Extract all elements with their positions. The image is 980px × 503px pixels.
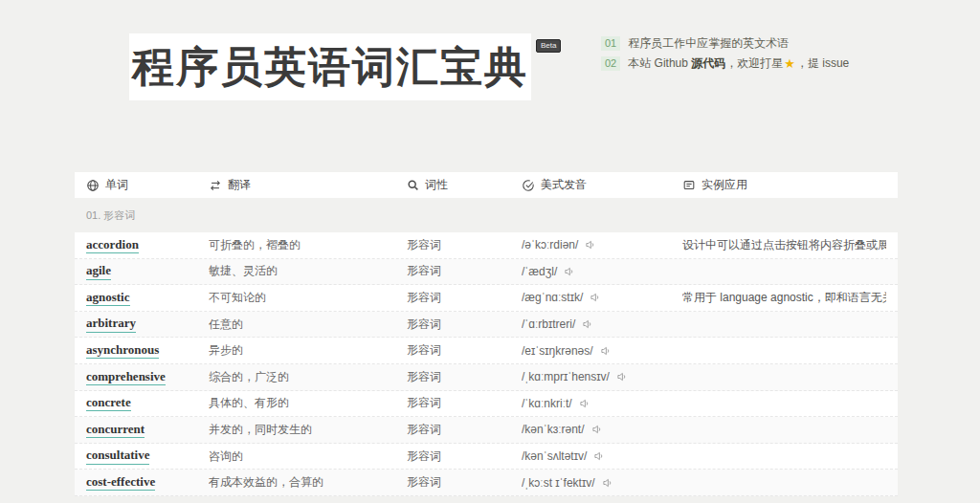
word-link[interactable]: agile <box>86 263 111 279</box>
column-header-label: 实例应用 <box>702 177 747 193</box>
word-cell: arbitrary <box>86 316 209 332</box>
pronunciation-text: /ˈɑːrbɪtreri/ <box>522 317 575 331</box>
word-link[interactable]: consultative <box>86 448 149 464</box>
translation-cell: 有成本效益的，合算的 <box>209 474 407 491</box>
note-item-1: 01 程序员工作中应掌握的英文术语 <box>601 36 849 51</box>
pronunciation-cell: /eɪˈsɪŋkrənəs/ <box>522 344 682 358</box>
pos-cell: 形容词 <box>407 263 522 279</box>
note-text: 程序员工作中应掌握的英文术语 <box>628 35 789 52</box>
word-cell: comprehensive <box>86 369 209 385</box>
translation-cell: 任意的 <box>209 317 407 333</box>
table-row: consultative 咨询的 形容词 /kənˈsʌltətɪv/ <box>75 444 898 470</box>
example-cell: 常用于 language agnostic，即和语言无关。 <box>682 290 886 306</box>
example-cell: 设计中可以通过点击按钮将内容折叠或展开 <box>682 237 886 253</box>
word-link[interactable]: asynchronous <box>86 342 159 359</box>
pos-cell: 形容词 <box>407 342 522 359</box>
table-row: agile 敏捷、灵活的 形容词 /ˈædʒl/ <box>75 259 898 286</box>
pronunciation-cell: /kənˈkɜːrənt/ <box>522 423 682 436</box>
speaker-icon[interactable] <box>579 398 590 409</box>
pronunciation-text: /æɡˈnɑːstɪk/ <box>522 291 583 304</box>
word-link[interactable]: concurrent <box>86 422 145 438</box>
pronunciation-text: /ˌkɑːmprɪˈhensɪv/ <box>522 370 610 383</box>
star-icon: ★ <box>784 56 795 71</box>
table-row: cost-effective 有成本效益的，合算的 形容词 /ˌkɔːst ɪˈ… <box>75 470 898 496</box>
translation-cell: 并发的，同时发生的 <box>209 422 407 438</box>
pronunciation-cell: /ˌkɔːst ɪˈfektɪv/ <box>522 476 682 490</box>
word-cell: accordion <box>86 237 209 253</box>
pos-cell: 形容词 <box>407 395 522 411</box>
beta-badge: Beta <box>536 39 561 53</box>
pos-cell: 形容词 <box>407 290 522 306</box>
site-title-box: 程序员英语词汇宝典 <box>129 33 531 100</box>
speaker-icon[interactable] <box>585 239 596 251</box>
speaker-icon[interactable] <box>582 318 593 330</box>
speaker-icon[interactable] <box>590 292 601 303</box>
column-header-word: 单词 <box>86 177 209 193</box>
column-header-label: 词性 <box>425 177 448 193</box>
word-link[interactable]: cost-effective <box>86 474 155 491</box>
note-item-2: 02 本站 Github 源代码，欢迎打星★，提 issue <box>601 56 849 71</box>
word-cell: agile <box>86 263 209 279</box>
translation-cell: 综合的，广泛的 <box>209 369 407 385</box>
pos-cell: 形容词 <box>407 448 522 465</box>
github-source-link[interactable]: 源代码 <box>691 55 725 72</box>
table-row: concurrent 并发的，同时发生的 形容词 /kənˈkɜːrənt/ <box>75 417 898 444</box>
pronunciation-text: /ˌkɔːst ɪˈfektɪv/ <box>522 476 595 490</box>
pronunciation-text: /eɪˈsɪŋkrənəs/ <box>522 344 593 358</box>
pronunciation-text: /kənˈkɜːrənt/ <box>522 423 585 436</box>
translation-cell: 咨询的 <box>209 448 407 465</box>
table-body: accordion 可折叠的，褶叠的 形容词 /əˈkɔːrdiən/ 设计中可… <box>75 232 898 496</box>
translation-cell: 不可知论的 <box>209 290 407 306</box>
column-header-example: 实例应用 <box>682 177 886 193</box>
pronunciation-cell: /kənˈsʌltətɪv/ <box>522 449 682 463</box>
note-text-prefix: 本站 Github <box>628 55 691 72</box>
search-icon <box>407 179 419 191</box>
column-header-label: 单词 <box>105 177 128 193</box>
speaker-icon[interactable] <box>564 266 575 277</box>
speaker-icon[interactable] <box>600 345 612 357</box>
word-link[interactable]: accordion <box>86 237 139 253</box>
column-header-pronunciation: 美式发音 <box>522 177 682 193</box>
translation-cell: 可折叠的，褶叠的 <box>209 237 407 253</box>
pos-cell: 形容词 <box>407 369 522 385</box>
translation-cell: 敏捷、灵活的 <box>209 263 407 279</box>
pos-cell: 形容词 <box>407 474 522 491</box>
speaker-icon[interactable] <box>616 371 628 383</box>
pos-cell: 形容词 <box>407 237 522 253</box>
pronunciation-text: /ˈkɑːnkriːt/ <box>522 397 572 410</box>
translation-cell: 具体的、有形的 <box>209 395 407 411</box>
pronunciation-cell: /əˈkɔːrdiən/ <box>522 238 682 252</box>
intro-notes: 01 程序员工作中应掌握的英文术语 02 本站 Github 源代码，欢迎打星★… <box>601 36 849 77</box>
word-link[interactable]: comprehensive <box>86 369 166 385</box>
translate-icon <box>209 179 222 192</box>
word-cell: concrete <box>86 395 209 411</box>
column-header-translation: 翻译 <box>209 177 407 193</box>
pronunciation-text: /ˈædʒl/ <box>522 265 557 278</box>
speaker-icon[interactable] <box>602 477 613 489</box>
word-link[interactable]: arbitrary <box>86 316 136 332</box>
word-cell: asynchronous <box>86 342 209 359</box>
word-link[interactable]: concrete <box>86 395 131 411</box>
table-row: concrete 具体的、有形的 形容词 /ˈkɑːnkriːt/ <box>75 391 898 418</box>
table-row: comprehensive 综合的，广泛的 形容词 /ˌkɑːmprɪˈhens… <box>75 364 898 391</box>
word-cell: agnostic <box>86 290 209 306</box>
word-cell: cost-effective <box>86 474 209 491</box>
globe-icon <box>86 179 100 192</box>
page-title: 程序员英语词汇宝典 <box>132 39 528 96</box>
speaker-icon[interactable] <box>591 424 603 435</box>
note-text-mid: ，欢迎打星 <box>725 55 783 72</box>
column-header-label: 翻译 <box>228 177 251 193</box>
word-cell: consultative <box>86 448 209 464</box>
pronunciation-cell: /ˌkɑːmprɪˈhensɪv/ <box>522 370 682 383</box>
column-header-label: 美式发音 <box>541 177 587 193</box>
column-header-pos: 词性 <box>407 177 522 193</box>
table-row: accordion 可折叠的，褶叠的 形容词 /əˈkɔːrdiən/ 设计中可… <box>75 232 898 259</box>
table-row: asynchronous 异步的 形容词 /eɪˈsɪŋkrənəs/ <box>75 338 898 364</box>
note-number-badge: 01 <box>601 36 620 51</box>
table-header-row: 单词 翻译 词性 美式发 <box>75 172 898 198</box>
speaker-icon[interactable] <box>593 450 605 462</box>
word-link[interactable]: agnostic <box>86 290 130 306</box>
table-row: arbitrary 任意的 形容词 /ˈɑːrbɪtreri/ <box>75 312 898 339</box>
translation-cell: 异步的 <box>209 342 407 359</box>
pronunciation-cell: /ˈɑːrbɪtreri/ <box>522 317 682 331</box>
